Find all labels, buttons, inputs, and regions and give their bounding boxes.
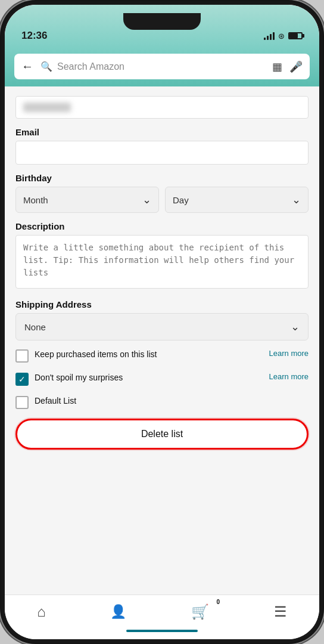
status-bar-area: 12:36 ⊛ <box>5 5 319 48</box>
day-chevron-icon: ⌄ <box>292 193 301 206</box>
surprises-left: ✓ Don't spoil my surprises <box>15 372 264 386</box>
default-list-row: Default List <box>15 395 309 409</box>
keep-items-row: Keep purchased items on this list Learn … <box>15 349 309 363</box>
name-field[interactable] <box>15 96 309 119</box>
shipping-label: Shipping Address <box>15 299 309 309</box>
day-dropdown[interactable]: Day ⌄ <box>165 187 309 213</box>
name-blur <box>23 103 71 112</box>
description-input[interactable] <box>15 235 309 289</box>
bottom-nav: ⌂ 👤 🛒 0 ☰ <box>5 595 319 639</box>
cart-icon: 🛒 <box>191 603 209 620</box>
delete-list-button[interactable]: Delete list <box>15 419 309 450</box>
keep-items-learn-more[interactable]: Learn more <box>269 349 309 358</box>
notch <box>123 13 201 30</box>
search-bar: ← 🔍 Search Amazon ▦ 🎤 <box>14 54 310 79</box>
birthday-section: Birthday Month ⌄ Day ⌄ <box>15 173 309 213</box>
search-input[interactable]: Search Amazon <box>57 61 267 72</box>
mic-icon[interactable]: 🎤 <box>289 60 303 73</box>
nav-account[interactable]: 👤 <box>103 602 133 622</box>
default-list-checkbox[interactable] <box>15 396 29 409</box>
month-dropdown[interactable]: Month ⌄ <box>15 187 159 213</box>
email-input[interactable] <box>15 141 309 165</box>
default-list-left: Default List <box>15 395 309 409</box>
status-icons: ⊛ <box>264 32 303 41</box>
search-icon: 🔍 <box>40 61 52 72</box>
search-right-icons: ▦ 🎤 <box>272 60 303 73</box>
shipping-section: Shipping Address None ⌄ <box>15 299 309 340</box>
nav-home[interactable]: ⌂ <box>30 601 53 623</box>
battery-icon <box>288 32 303 39</box>
wifi-icon: ⊛ <box>278 32 285 41</box>
phone-inner: 12:36 ⊛ ← 🔍 <box>5 5 319 639</box>
keep-items-left: Keep purchased items on this list <box>15 349 264 363</box>
surprises-label: Don't spoil my surprises <box>35 372 123 384</box>
birthday-row: Month ⌄ Day ⌄ <box>15 187 309 213</box>
keep-items-checkbox[interactable] <box>15 349 29 363</box>
shipping-chevron-icon: ⌄ <box>291 320 300 333</box>
description-section: Description <box>15 221 309 291</box>
month-value: Month <box>23 195 48 205</box>
menu-icon: ☰ <box>274 603 287 620</box>
email-label: Email <box>15 127 309 137</box>
surprises-learn-more[interactable]: Learn more <box>269 372 309 381</box>
surprises-row: ✓ Don't spoil my surprises Learn more <box>15 372 309 386</box>
shipping-value: None <box>24 322 46 332</box>
phone-frame: 12:36 ⊛ ← 🔍 <box>0 0 324 644</box>
cart-badge: 0 <box>217 599 220 605</box>
home-icon: ⌂ <box>37 603 46 620</box>
account-icon: 👤 <box>110 604 126 620</box>
status-time: 12:36 <box>21 30 47 42</box>
nav-menu[interactable]: ☰ <box>267 601 294 623</box>
camera-icon[interactable]: ▦ <box>272 60 282 73</box>
email-section: Email <box>15 127 309 165</box>
surprises-checkbox[interactable]: ✓ <box>15 373 29 386</box>
content-area: Email Birthday Month ⌄ Day ⌄ <box>5 86 319 595</box>
month-chevron-icon: ⌄ <box>142 193 151 206</box>
default-list-label: Default List <box>35 395 76 407</box>
home-indicator <box>126 630 198 632</box>
shipping-dropdown[interactable]: None ⌄ <box>15 313 309 340</box>
signal-icon <box>264 32 275 40</box>
nav-cart[interactable]: 🛒 0 <box>184 601 216 623</box>
birthday-label: Birthday <box>15 173 309 183</box>
back-button[interactable]: ← <box>21 60 36 73</box>
search-area: ← 🔍 Search Amazon ▦ 🎤 <box>5 48 319 86</box>
checkmark-icon: ✓ <box>18 375 26 383</box>
day-value: Day <box>173 195 189 205</box>
delete-btn-container: Delete list <box>15 419 309 450</box>
description-label: Description <box>15 221 309 231</box>
status-bar: 12:36 ⊛ <box>21 30 303 42</box>
keep-items-label: Keep purchased items on this list <box>35 349 157 361</box>
